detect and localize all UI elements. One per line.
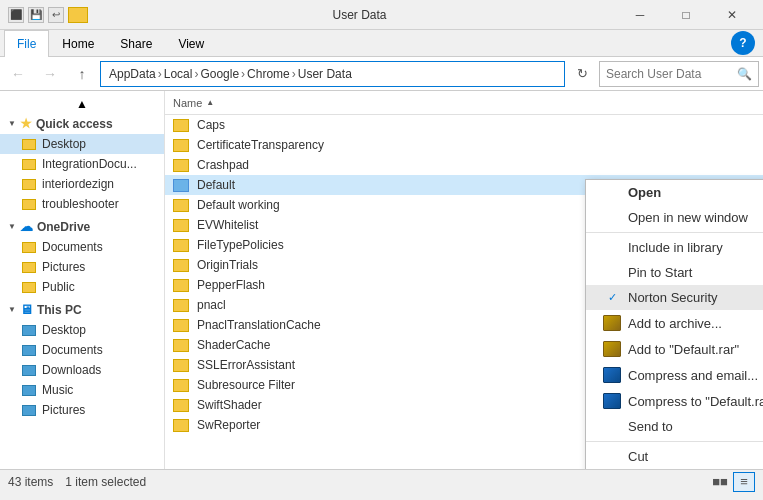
folder-icon-evwhitelist [173, 219, 189, 232]
file-list: Name ▲ Caps CertificateTransparency Cras… [165, 91, 763, 469]
sidebar-item-label-desktop-qa: Desktop [42, 137, 86, 151]
ctx-item-pin-start[interactable]: Pin to Start [586, 260, 763, 285]
ctx-item-open[interactable]: Open [586, 180, 763, 205]
ctx-item-open-new-window[interactable]: Open in new window [586, 205, 763, 230]
file-label-pepperflash: PepperFlash [197, 278, 265, 292]
file-label-sslerror: SSLErrorAssistant [197, 358, 295, 372]
tab-view[interactable]: View [165, 30, 217, 57]
ctx-item-send-to[interactable]: Send to ► [586, 414, 763, 439]
onedrive-label: OneDrive [37, 220, 90, 234]
sidebar: ▲ ▼ ★ Quick access Desktop IntegrationDo… [0, 91, 165, 469]
sidebar-item-interior[interactable]: interiordezign [0, 174, 164, 194]
ctx-item-cut[interactable]: Cut [586, 444, 763, 469]
sidebar-item-label-od-pics: Pictures [42, 260, 85, 274]
path-appdata: AppData [109, 67, 156, 81]
onedrive-arrow: ▼ [8, 222, 16, 231]
folder-icon-pnacl [173, 299, 189, 312]
address-path[interactable]: AppData › Local › Google › Chrome › User… [100, 61, 565, 87]
sidebar-item-label-od-docs: Documents [42, 240, 103, 254]
sidebar-item-onedrive-pictures[interactable]: Pictures [0, 257, 164, 277]
ctx-compress-label: Compress and email... [628, 368, 758, 383]
sidebar-header-quick-access[interactable]: ▼ ★ Quick access [0, 113, 164, 134]
sidebar-header-thispc[interactable]: ▼ 🖥 This PC [0, 299, 164, 320]
file-label-certtrans: CertificateTransparency [197, 138, 324, 152]
sort-arrow: ▲ [206, 98, 214, 107]
quick-access-icon: ⬛ [8, 7, 24, 23]
folder-icon-pc-desktop [22, 325, 36, 336]
save-icon: 💾 [28, 7, 44, 23]
ctx-compress-rar-label: Compress to "Default.rar" and email [628, 394, 763, 409]
ctx-item-add-archive[interactable]: Add to archive... [586, 310, 763, 336]
sidebar-item-pc-documents[interactable]: Documents [0, 340, 164, 360]
title-bar: ⬛ 💾 ↩ User Data ─ □ ✕ [0, 0, 763, 30]
up-button[interactable]: ↑ [68, 61, 96, 87]
folder-icon-filetypepolicies [173, 239, 189, 252]
sidebar-item-integration[interactable]: IntegrationDocu... [0, 154, 164, 174]
ctx-cut-label: Cut [628, 449, 648, 464]
window-controls: ─ □ ✕ [617, 0, 755, 30]
sidebar-item-label-pc-documents: Documents [42, 343, 103, 357]
folder-title-icon [68, 7, 88, 23]
folder-icon-shadercache [173, 339, 189, 352]
search-box[interactable]: 🔍 [599, 61, 759, 87]
ctx-pin-label: Pin to Start [628, 265, 692, 280]
file-label-default: Default [197, 178, 235, 192]
sidebar-item-label-pc-downloads: Downloads [42, 363, 101, 377]
folder-icon-crashpad [173, 159, 189, 172]
minimize-button[interactable]: ─ [617, 0, 663, 30]
sidebar-item-pc-downloads[interactable]: Downloads [0, 360, 164, 380]
ribbon-tabs: File Home Share View ? [0, 30, 763, 56]
ctx-item-compress-email[interactable]: Compress and email... [586, 362, 763, 388]
search-input[interactable] [606, 67, 737, 81]
ctx-item-add-rar[interactable]: Add to "Default.rar" [586, 336, 763, 362]
close-button[interactable]: ✕ [709, 0, 755, 30]
main-area: ▲ ▼ ★ Quick access Desktop IntegrationDo… [0, 91, 763, 469]
folder-icon-caps [173, 119, 189, 132]
maximize-button[interactable]: □ [663, 0, 709, 30]
sidebar-item-troubleshooter[interactable]: troubleshooter [0, 194, 164, 214]
ctx-item-norton[interactable]: ✓ Norton Security ► [586, 285, 763, 310]
forward-button[interactable]: → [36, 61, 64, 87]
file-item-crashpad[interactable]: Crashpad [165, 155, 763, 175]
ctx-sep-2 [586, 441, 763, 442]
tab-file[interactable]: File [4, 30, 49, 57]
file-label-subresource: Subresource Filter [197, 378, 295, 392]
folder-icon-pc-downloads [22, 365, 36, 376]
file-label-shadercache: ShaderCache [197, 338, 270, 352]
sidebar-item-label-pc-desktop: Desktop [42, 323, 86, 337]
view-list-button[interactable]: ≡ [733, 472, 755, 492]
pc-icon: 🖥 [20, 302, 33, 317]
folder-icon-swiftshader [173, 399, 189, 412]
file-list-header[interactable]: Name ▲ [165, 91, 763, 115]
sidebar-item-pc-music[interactable]: Music [0, 380, 164, 400]
view-icons-button[interactable]: ■■ [709, 472, 731, 492]
tab-home[interactable]: Home [49, 30, 107, 57]
sidebar-header-onedrive[interactable]: ▼ ☁ OneDrive [0, 216, 164, 237]
file-item-caps[interactable]: Caps [165, 115, 763, 135]
sidebar-item-onedrive-public[interactable]: Public [0, 277, 164, 297]
file-label-filetypepolicies: FileTypePolicies [197, 238, 284, 252]
file-label-defaultworking: Default working [197, 198, 280, 212]
sidebar-item-pc-pictures[interactable]: Pictures [0, 400, 164, 420]
sidebar-item-label-integration: IntegrationDocu... [42, 157, 137, 171]
tab-share[interactable]: Share [107, 30, 165, 57]
folder-icon-defaultworking [173, 199, 189, 212]
refresh-button[interactable]: ↻ [569, 61, 595, 87]
ctx-norton-label: Norton Security [628, 290, 718, 305]
sidebar-scroll-up[interactable]: ▲ [0, 95, 164, 113]
back-button[interactable]: ← [4, 61, 32, 87]
help-button[interactable]: ? [731, 31, 755, 55]
ctx-item-compress-rar-email[interactable]: Compress to "Default.rar" and email [586, 388, 763, 414]
sidebar-item-desktop-qa[interactable]: Desktop [0, 134, 164, 154]
sidebar-item-onedrive-documents[interactable]: Documents [0, 237, 164, 257]
thispc-label: This PC [37, 303, 82, 317]
folder-icon-troubleshooter [22, 199, 36, 210]
undo-icon: ↩ [48, 7, 64, 23]
ctx-item-include-library[interactable]: Include in library ► [586, 235, 763, 260]
path-sep1: › [158, 67, 162, 81]
sidebar-item-label-od-public: Public [42, 280, 75, 294]
sidebar-item-pc-desktop[interactable]: Desktop [0, 320, 164, 340]
folder-icon-od-pics [22, 262, 36, 273]
file-item-certtransparency[interactable]: CertificateTransparency [165, 135, 763, 155]
folder-icon-origintrials [173, 259, 189, 272]
